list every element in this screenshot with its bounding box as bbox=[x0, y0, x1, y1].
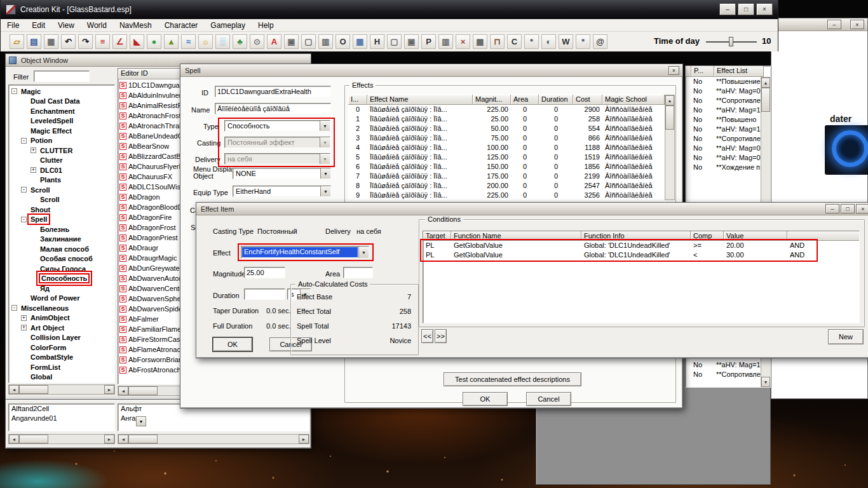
effects-column-header[interactable]: Area bbox=[511, 95, 539, 105]
effects-vscrollbar[interactable]: ▲ bbox=[665, 95, 675, 200]
tree-item[interactable]: +CLUTTER bbox=[9, 146, 114, 156]
condition-row[interactable]: PLGetGlobalValueGlobal: 'DLC1UndeadKille… bbox=[423, 250, 859, 260]
spell-ok-button[interactable]: OK bbox=[463, 392, 508, 406]
effect-combo[interactable]: EnchFortifyHealthConstantSelf▼ bbox=[241, 246, 369, 259]
effect-item-maximize-icon[interactable]: □ bbox=[841, 204, 855, 214]
tree-expander-icon[interactable]: + bbox=[31, 147, 36, 153]
object-palette-icon[interactable]: O bbox=[336, 34, 350, 49]
tree-item[interactable]: +AnimObject bbox=[9, 313, 114, 323]
effect-list-row[interactable]: No**Повышение bbox=[686, 77, 770, 86]
background-minimize-button[interactable]: – bbox=[827, 20, 841, 29]
window-icon-3[interactable]: ▥ bbox=[438, 34, 453, 49]
chevron-down-icon[interactable]: ▼ bbox=[320, 154, 330, 164]
spell-dialog-close-icon[interactable]: × bbox=[668, 66, 679, 75]
tree-item[interactable]: IdleMarker bbox=[9, 382, 114, 383]
effect-list-row[interactable]: No**aHV: Mag=0 bbox=[686, 86, 770, 96]
tree-item[interactable]: Global bbox=[9, 372, 114, 383]
spell-name-field[interactable] bbox=[215, 103, 331, 114]
gear-icon[interactable]: * bbox=[524, 34, 539, 49]
effect-list-column-header[interactable]: P... bbox=[691, 66, 714, 77]
effect-list-row[interactable]: No**aHV: Mag=1 bbox=[686, 360, 761, 370]
cell-name-hscrollbar[interactable]: ◄ ► bbox=[118, 434, 309, 444]
close-window-icon[interactable]: × bbox=[456, 34, 470, 49]
chevron-down-icon[interactable]: ▼ bbox=[320, 121, 330, 131]
conditions-column-header[interactable]: Target bbox=[423, 231, 451, 241]
effect-list-row[interactable]: No**Сопротивле bbox=[686, 370, 761, 379]
scroll-right-icon[interactable]: ► bbox=[104, 385, 114, 394]
type-combo[interactable]: Способность▼ bbox=[224, 120, 330, 132]
menu-item-character[interactable]: Character bbox=[158, 20, 205, 31]
main-titlebar[interactable]: Creation Kit - [GlassBastard.esp] – □ × bbox=[1, 0, 778, 19]
tree-expander-icon[interactable]: + bbox=[31, 167, 36, 173]
gear2-icon[interactable]: * bbox=[576, 34, 590, 49]
effect-list-row[interactable]: No**Сопротивле bbox=[686, 134, 770, 144]
menu-item-navmesh[interactable]: NavMesh bbox=[113, 20, 158, 31]
effects-column-header[interactable]: Effect Name bbox=[367, 95, 473, 105]
effect-list-row[interactable]: No**aHV: Mag=1 bbox=[686, 125, 770, 134]
undo-icon[interactable]: ↶ bbox=[61, 34, 76, 49]
conditions-column-header[interactable] bbox=[787, 231, 860, 241]
conditions-column-header[interactable]: Function Info bbox=[581, 231, 691, 241]
casting-combo[interactable]: Постоянный эффект▼ bbox=[224, 137, 330, 148]
scroll-right-icon[interactable]: ► bbox=[104, 435, 114, 444]
effect-row[interactable]: 1Ïîâûøåíèå çäîðîâüÿ : Ïîâ...25.0000258Âî… bbox=[348, 114, 665, 124]
package-icon[interactable]: ▩ bbox=[473, 34, 487, 49]
effects-column-header[interactable]: Duration bbox=[539, 95, 573, 105]
tree-item[interactable]: Scroll bbox=[9, 195, 114, 205]
save-icon[interactable]: ▤ bbox=[27, 34, 41, 49]
tree-hscrollbar[interactable]: ◄ ► bbox=[8, 384, 115, 395]
window-icon-2[interactable]: ▣ bbox=[404, 34, 419, 49]
effect-list-row[interactable]: No**Сопротивле bbox=[686, 96, 770, 105]
effect-item-ok-button[interactable]: OK bbox=[213, 337, 252, 351]
prev-effect-button[interactable]: << bbox=[421, 329, 433, 343]
schedule-icon[interactable]: ▦ bbox=[353, 34, 367, 49]
cell-view-icon[interactable]: ▥ bbox=[318, 34, 333, 49]
tree-item[interactable]: FormList bbox=[9, 362, 114, 372]
scroll-left-icon[interactable]: ◄ bbox=[9, 435, 19, 444]
effect-row[interactable]: 5Ïîâûøåíèå çäîðîâüÿ : Ïîâ...125.00001519… bbox=[348, 152, 665, 162]
next-effect-button[interactable]: >> bbox=[435, 329, 447, 343]
clock-icon[interactable]: ◐ bbox=[541, 34, 556, 49]
area-field[interactable] bbox=[343, 267, 373, 278]
sky-icon[interactable]: ▒ bbox=[215, 34, 230, 49]
effect-item-minimize-icon[interactable]: – bbox=[825, 204, 839, 214]
open-icon[interactable]: ▱ bbox=[10, 34, 24, 49]
tree-item[interactable]: -Scroll bbox=[9, 185, 114, 195]
tree-item[interactable]: -Potion bbox=[9, 136, 114, 146]
effects-column-header[interactable]: Magnit... bbox=[473, 95, 511, 105]
tree-item[interactable]: Болезнь bbox=[9, 224, 114, 234]
effect-row[interactable]: 8Ïîâûøåíèå çäîðîâüÿ : Ïîâ...200.00002547… bbox=[348, 181, 665, 191]
redo-icon[interactable]: ↷ bbox=[78, 34, 93, 49]
effect-row[interactable]: 9Ïîâûøåíèå çäîðîâüÿ : Ïîâ...225.00003256… bbox=[348, 191, 665, 200]
worldspace-dropdown-icon[interactable]: ▼ bbox=[136, 416, 146, 426]
scroll-up-icon[interactable]: ▲ bbox=[665, 95, 674, 105]
tree-item[interactable]: ColorForm bbox=[9, 342, 114, 353]
tree-item[interactable]: Plants bbox=[9, 175, 114, 186]
cell-row[interactable]: Angarvunde01 bbox=[9, 414, 114, 423]
background-close-button[interactable]: × bbox=[850, 20, 864, 29]
new-condition-button[interactable]: New bbox=[828, 329, 864, 344]
effect-list-column-header[interactable] bbox=[686, 66, 691, 77]
menu-display-combo[interactable]: NONE▼ bbox=[233, 168, 331, 179]
havok-sim-icon[interactable]: ◣ bbox=[130, 34, 144, 49]
spell-id-field[interactable] bbox=[215, 86, 331, 97]
tree-item[interactable]: +DLC01 bbox=[9, 165, 114, 175]
tree-item[interactable]: -Magic bbox=[9, 86, 114, 97]
filter-input[interactable] bbox=[34, 71, 90, 82]
effect-list-row[interactable]: No**aHV: Mag=0 bbox=[686, 144, 770, 153]
condition-row[interactable]: PLGetGlobalValueGlobal: 'DLC1UndeadKille… bbox=[423, 241, 859, 250]
world-sphere-icon[interactable]: ● bbox=[147, 34, 161, 49]
tree-item[interactable]: +Art Object bbox=[9, 323, 114, 333]
effect-item-close-icon[interactable]: × bbox=[856, 204, 868, 214]
menu-item-file[interactable]: File bbox=[1, 20, 25, 31]
landscape-edit-icon[interactable]: ▲ bbox=[164, 34, 179, 49]
lights-icon[interactable]: ☼ bbox=[198, 34, 213, 49]
render-window-icon[interactable]: ▣ bbox=[284, 34, 299, 49]
dialogue-icon[interactable]: ⊙ bbox=[250, 34, 264, 49]
tree-item[interactable]: Word of Power bbox=[9, 294, 114, 304]
papyrus-icon[interactable]: P bbox=[421, 34, 436, 49]
heightmap-icon[interactable]: H bbox=[370, 34, 384, 49]
tree-expander-icon[interactable]: + bbox=[21, 325, 27, 330]
tree-expander-icon[interactable]: - bbox=[11, 88, 17, 94]
scroll-up-icon[interactable]: ▲ bbox=[761, 78, 770, 88]
